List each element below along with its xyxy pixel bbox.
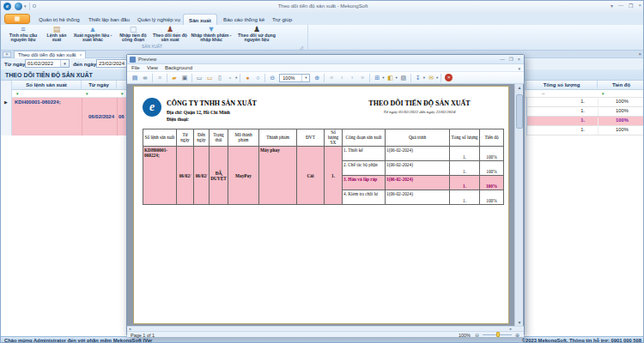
table-row[interactable]: 1. 100% — [526, 107, 644, 117]
filter-funnel-icon[interactable]: ▼ — [120, 92, 124, 96]
ribbon: ≡ Tính nhu cầu nguyên liệu ▤ Lệnh sản xu… — [1, 25, 644, 51]
window-title: Theo dõi tiến độ sản xuất - MekongSoft — [1, 3, 644, 9]
exit-icon[interactable]: × — [445, 74, 453, 81]
hand-tool-icon[interactable]: ● — [242, 73, 252, 83]
preview-toolbar: ▤ ∞ ≡ ▰ ▣ ▭ ▭ ▯ ▫ ▾ ● ○ ⊖ 100% ▾ ⊕ « ‹ — [127, 72, 524, 84]
chevron-down-icon[interactable]: ▾ — [396, 75, 398, 80]
chevron-down-icon[interactable]: ▾ — [436, 75, 438, 80]
production-order-button[interactable]: ▤ Lệnh sản xuất — [43, 25, 70, 45]
table-row[interactable]: 1. 100% — [526, 98, 644, 107]
order-code-cell: KDH00001-060224; — [15, 99, 61, 105]
production-progress-button[interactable]: ♟ Theo dõi tiến độ sản xuất — [151, 25, 189, 45]
open-icon[interactable]: ▰ — [169, 73, 179, 83]
copyright-text: ©2023 MekongSoft. Thông tin hỗ trợ: 0901… — [522, 338, 641, 343]
tab-close-icon[interactable]: × — [79, 52, 82, 57]
zoom-combo[interactable]: 100% ▾ — [279, 74, 310, 82]
zoom-slider-thumb[interactable] — [496, 332, 500, 337]
chevron-down-icon[interactable]: ▾ — [235, 75, 237, 80]
search-icon[interactable]: ∞ — [140, 73, 150, 83]
preview-window: Preview — ❐ × File View Background ▾ ▤ ∞… — [126, 54, 525, 336]
material-requirement-button[interactable]: ≡ Tính nhu cầu nguyên liệu — [3, 25, 43, 45]
filter-funnel-icon[interactable]: ▼ — [15, 92, 19, 96]
ribbon-tab-help[interactable]: Trợ giúp — [267, 14, 297, 25]
application-menu-button[interactable]: ▦ — [4, 14, 30, 24]
zoom-out-icon[interactable]: ⊖ — [475, 332, 479, 338]
company-phone: Điện thoại: — [167, 117, 189, 122]
print-icon[interactable]: ▭ — [194, 73, 204, 83]
preview-maximize-button[interactable]: ❐ — [509, 57, 513, 62]
titlebar: e ▾ Theo dõi tiến độ sản xuất - MekongSo… — [1, 1, 644, 13]
save-icon[interactable]: ▣ — [179, 73, 190, 83]
dialog-launcher-icon[interactable]: ◿ — [300, 45, 303, 50]
quick-print-icon[interactable]: ▭ — [204, 73, 215, 83]
ribbon-tab-production[interactable]: Sản xuất — [183, 14, 217, 25]
tab-list-close-button[interactable]: × — [3, 51, 11, 57]
ribbon-tab-system[interactable]: Quản trị hệ thống — [33, 14, 85, 25]
scale-icon[interactable]: ▫ — [225, 73, 235, 83]
document-area-close-button[interactable]: × — [638, 51, 641, 57]
filter-operator[interactable]: – — [542, 91, 544, 96]
zoom-out-icon[interactable]: ⊖ — [267, 73, 277, 83]
ribbon-tab-operations[interactable]: Quản lý nghiệp vụ — [132, 14, 185, 25]
previous-page-icon[interactable]: ‹ — [337, 73, 347, 83]
scroll-down-icon[interactable]: ▼ — [515, 320, 524, 325]
ribbon-tab-reports[interactable]: Báo cáo thống kê — [218, 14, 270, 25]
column-header-order-code[interactable]: Số lệnh sản xuất — [12, 81, 82, 90]
document-map-icon[interactable]: ▤ — [130, 73, 140, 83]
customize-icon[interactable]: ≡ — [155, 73, 165, 83]
watermark-icon[interactable]: ▨ — [398, 73, 409, 83]
stage-progress-entry-button[interactable]: ▢ Nhập tiến độ công đoạn — [115, 25, 151, 45]
material-export-button[interactable]: ▲ Xuất nguyên liệu - xuất khác — [70, 25, 115, 45]
preview-vertical-scrollbar[interactable]: ▲ ▼ — [514, 84, 523, 326]
ribbon-group-label: SẢN XUẤT — [1, 45, 303, 49]
preview-menubar: File View Background ▾ — [127, 64, 524, 72]
filter-row-indicator — [1, 90, 12, 98]
next-page-icon[interactable]: › — [347, 73, 357, 83]
tab-production-progress[interactable]: Theo dõi tiến độ sản xuất× — [14, 51, 86, 58]
from-date-input[interactable]: 01/02/2022 ▾ — [25, 59, 70, 68]
restore-button[interactable]: ❐ — [629, 3, 633, 9]
first-page-icon[interactable]: « — [326, 73, 337, 83]
column-header-progress[interactable]: Tiến độ — [598, 81, 644, 90]
column-header-from-date[interactable]: Từ ngày — [82, 81, 117, 90]
ribbon-tab-setup[interactable]: Thiết lập ban đầu — [83, 14, 135, 25]
filter-funnel-icon[interactable]: ▼ — [85, 92, 88, 96]
preview-titlebar[interactable]: Preview — ❐ × — [127, 55, 524, 64]
preview-icon — [130, 57, 136, 63]
column-header-total-qty[interactable]: Tổng số lượng — [526, 81, 598, 90]
scroll-up-icon[interactable]: ▲ — [515, 85, 524, 90]
multiple-pages-icon[interactable]: ⊞ — [372, 73, 382, 83]
page-color-icon[interactable]: ◧ — [386, 73, 396, 83]
preview-close-button[interactable]: × — [518, 57, 520, 62]
filter-funnel-icon[interactable]: ▼ — [601, 92, 605, 96]
material-usage-button[interactable]: ♟ Theo dõi sử dụng nguyên liệu — [234, 25, 280, 45]
magnifier-icon[interactable]: ○ — [252, 73, 263, 83]
zoom-in-icon[interactable]: ⊕ — [312, 73, 322, 83]
last-page-icon[interactable]: » — [357, 73, 368, 83]
chevron-down-icon[interactable]: ▾ — [382, 75, 384, 80]
zoom-in-icon[interactable]: ⊕ — [515, 332, 519, 338]
export-document-icon[interactable]: ↧ — [413, 73, 423, 83]
send-email-icon[interactable]: ✉ — [426, 73, 436, 83]
scrollbar-thumb[interactable] — [516, 94, 523, 129]
table-row[interactable]: 1. 100% — [526, 126, 644, 135]
skin-dropdown-icon[interactable]: ▾ — [611, 3, 613, 9]
row-indicator-header — [1, 81, 12, 90]
chevron-down-icon[interactable]: ▾ — [301, 75, 309, 81]
preview-document-area: e CÔNG TY TNHH SẢN XUẤT Địa chỉ: Quận 12… — [127, 84, 524, 326]
menu-view[interactable]: View — [147, 65, 158, 70]
chevron-down-icon[interactable]: ▾ — [423, 75, 425, 80]
minimize-button[interactable]: — — [618, 3, 623, 9]
menu-background[interactable]: Background — [165, 65, 192, 70]
chevron-down-icon[interactable]: ▾ — [60, 60, 69, 67]
ribbon-tab-strip: ▦ Quản trị hệ thống Thiết lập ban đầu Qu… — [1, 13, 644, 25]
company-address: Địa chỉ: Quận 12, Hồ Chí Minh — [167, 110, 230, 115]
menubar-overflow-icon[interactable]: ▾ — [518, 66, 520, 71]
company-logo: e — [143, 98, 161, 117]
page-setup-icon[interactable]: ▯ — [215, 73, 225, 83]
finished-goods-import-button[interactable]: ▼ Nhập thành phẩm - nhập khác — [189, 25, 234, 45]
table-row-selected[interactable]: 1. 100% — [526, 117, 644, 126]
preview-minimize-button[interactable]: — — [500, 57, 505, 62]
close-button[interactable]: × — [638, 3, 641, 9]
menu-file[interactable]: File — [131, 65, 140, 70]
